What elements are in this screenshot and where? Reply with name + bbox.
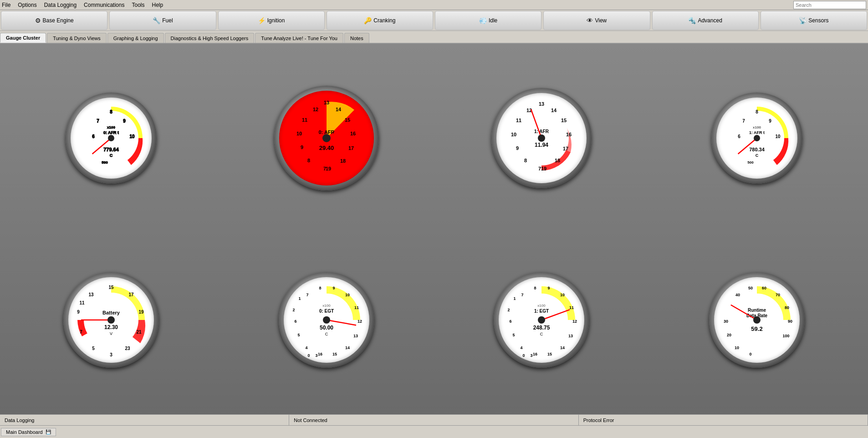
svg-text:12: 12 [357,319,362,324]
ignition-button[interactable]: ⚡ Ignition [218,11,325,30]
svg-text:8: 8 [524,158,527,163]
svg-text:10: 10 [560,293,565,297]
advanced-button[interactable]: 🔩 Advanced [652,11,759,30]
tab-graphing-logging[interactable]: Graphing & Logging [107,33,164,43]
svg-text:1: 1 [514,296,516,301]
svg-text:13: 13 [568,334,573,338]
svg-text:780.34: 780.34 [749,147,765,152]
svg-text:9: 9 [77,309,80,314]
svg-text:50.00: 50.00 [320,325,333,331]
svg-text:19: 19 [139,309,144,314]
svg-text:C: C [325,332,328,336]
view-button[interactable]: 👁 View [543,11,650,30]
svg-text:19: 19 [326,166,331,171]
svg-text:10: 10 [511,132,516,137]
base-engine-button[interactable]: ⚙ Base Engine [1,11,107,30]
status-protocol-error: Protocol Error [579,415,868,425]
svg-text:9: 9 [332,286,335,290]
svg-text:779.64: 779.64 [103,147,119,152]
svg-text:8: 8 [756,109,758,114]
svg-text:9: 9 [301,144,303,150]
svg-text:6: 6 [92,134,95,139]
svg-text:x100: x100 [753,125,761,129]
svg-text:16: 16 [350,131,356,136]
svg-text:15: 15 [547,352,552,356]
svg-text:4: 4 [521,345,523,350]
tab-gauge-cluster[interactable]: Gauge Cluster [0,33,46,43]
svg-text:8: 8 [110,109,112,114]
svg-text:V: V [110,331,112,336]
gauge-battery-container: 13 15 17 19 21 23 9 7 5 3 11 Battery 12.… [5,231,217,409]
gauge-0-afr-outer: 12 13 14 15 16 17 18 19 11 10 9 8 7 [274,86,379,191]
gauge-dashboard: 7 8 9 10 6 x100 0: AFR t 779.64 C 500 [0,44,868,414]
svg-text:3: 3 [110,352,112,357]
svg-text:3: 3 [315,353,317,358]
svg-text:7: 7 [97,119,99,124]
svg-text:21: 21 [137,330,142,335]
tab-diagnostics[interactable]: Diagnostics & High Speed Loggers [165,33,255,43]
gauge-battery-outer: 13 15 17 19 21 23 9 7 5 3 11 Battery 12.… [63,272,159,368]
svg-text:20: 20 [727,333,731,337]
idle-icon: 💨 [479,17,487,24]
gauge-1-egt-container: 7 8 9 10 11 12 13 14 15 16 6 5 4 3 [436,231,648,409]
search-input[interactable] [793,1,866,9]
gauge-runtime-outer: 40 50 60 70 80 90 100 30 20 10 0 Runtime… [709,272,805,368]
cranking-button[interactable]: 🔑 Cranking [327,11,433,30]
svg-text:17: 17 [129,292,134,297]
svg-text:7: 7 [323,166,326,171]
menu-help[interactable]: Help [152,2,163,8]
svg-text:9: 9 [516,145,519,151]
svg-text:50: 50 [748,286,753,290]
menu-data-logging[interactable]: Data Logging [44,2,77,8]
gauge-0-afr-t-outer: 7 8 9 10 6 x100 0: AFR t 779.64 C 500 [66,93,157,184]
svg-text:5: 5 [513,333,515,337]
fuel-button[interactable]: 🔧 Fuel [109,11,216,30]
view-icon: 👁 [587,17,593,24]
svg-point-125 [538,316,545,324]
ignition-label: Ignition [267,17,285,24]
svg-text:12.30: 12.30 [104,324,118,330]
svg-text:7: 7 [80,330,82,335]
tab-notes[interactable]: Notes [344,33,369,43]
svg-text:11: 11 [516,118,521,123]
svg-text:9: 9 [548,286,550,290]
svg-point-101 [323,316,330,324]
cranking-icon: 🔑 [364,17,372,24]
gauge-0-afr-container: 12 13 14 15 16 17 18 19 11 10 9 8 7 [221,49,433,227]
svg-text:2: 2 [292,308,295,312]
svg-text:16: 16 [533,352,537,356]
gauge-1-egt-outer: 7 8 9 10 11 12 13 14 15 16 6 5 4 3 [494,272,589,368]
tab-tuning-dyno[interactable]: Tuning & Dyno Views [47,33,107,43]
menu-options[interactable]: Options [18,2,36,8]
svg-text:0: AFR t: 0: AFR t [103,130,119,135]
svg-text:9: 9 [769,119,771,124]
menu-tools[interactable]: Tools [132,2,144,8]
svg-text:x100: x100 [538,304,546,308]
status-bar: Data Logging Not Connected Protocol Erro… [0,414,868,425]
menu-communications[interactable]: Communications [84,2,124,8]
svg-text:7: 7 [742,119,745,124]
gauge-runtime-container: 40 50 60 70 80 90 100 30 20 10 0 Runtime… [651,231,863,409]
svg-text:14: 14 [551,108,557,113]
sensors-button[interactable]: 📡 Sensors [761,11,867,30]
bottom-bar: Main Dashboard 💾 [0,425,868,438]
svg-text:4: 4 [305,345,307,350]
svg-text:13: 13 [324,100,329,105]
svg-text:1: AFR t: 1: AFR t [749,130,765,135]
status-not-connected: Not Connected [289,415,578,425]
svg-text:C: C [110,153,113,158]
advanced-label: Advanced [698,17,722,24]
tab-tune-analyze[interactable]: Tune Analyze Live! - Tune For You [255,33,343,43]
svg-text:12: 12 [313,107,318,112]
main-dashboard-tab[interactable]: Main Dashboard 💾 [1,428,56,436]
svg-text:Runtime: Runtime [748,308,766,313]
view-label: View [595,17,607,24]
svg-point-47 [538,134,545,142]
gauge-1-afr-t-face: 7 8 9 10 6 x100 1: AFR t 780.34 C 500 [716,98,797,179]
fuel-label: Fuel [162,17,173,24]
svg-text:16: 16 [566,132,572,137]
idle-button[interactable]: 💨 Idle [435,11,541,30]
cranking-label: Cranking [373,17,395,24]
menu-file[interactable]: File [2,2,10,8]
svg-text:30: 30 [724,319,728,324]
